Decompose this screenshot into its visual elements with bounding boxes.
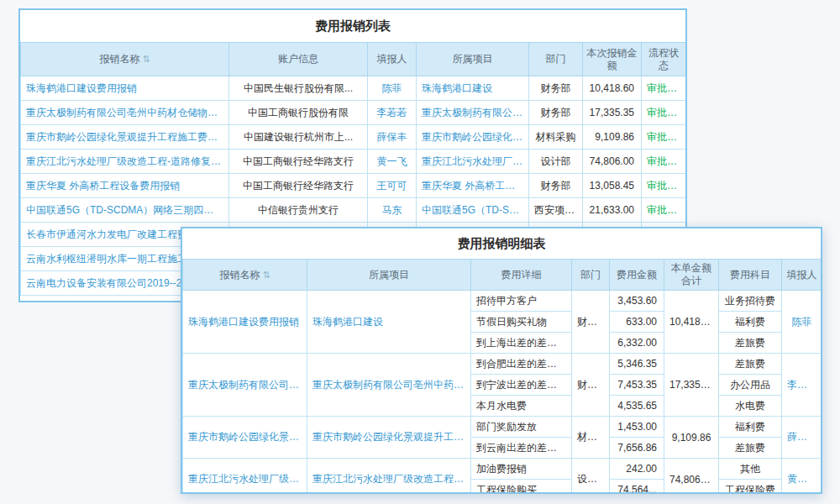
cell-name[interactable]: 重庆华夏 外高桥工程设备费用报销	[21, 174, 229, 198]
cell-amount: 74,806.00	[583, 150, 642, 174]
cell-amount: 7,453.35	[610, 375, 664, 396]
cell-reporter[interactable]: 陈菲	[368, 76, 417, 101]
cell-project[interactable]: 重庆市鹅岭公园绿化景观提升...	[417, 125, 529, 150]
table-row: 重庆市鹅岭公园绿化景观提升工程施工费用报销中国建设银行杭州市上...薛保丰重庆市…	[21, 125, 686, 150]
cell-dept: 设计部	[572, 459, 610, 495]
cell-status[interactable]: 审批通过	[642, 76, 686, 101]
table-row: 重庆太极制药有限公司亳州中药材仓储物流基地项...中国工商银行股份有限李若若重庆…	[21, 101, 686, 125]
cell-name[interactable]: 中国联通5G（TD-SCDMA）网络三期四川工程费...	[21, 198, 229, 223]
cell-reporter[interactable]: 马东	[368, 198, 417, 223]
cell-status[interactable]: 审批通过	[642, 125, 686, 150]
cell-project[interactable]: 中国联通5G（TD-SCDMA）网...	[417, 198, 529, 223]
column-header-本次报销金额: 本次报销金额	[583, 43, 642, 76]
cell-status[interactable]: 审批通过	[642, 101, 686, 125]
cell-amount: 242.00	[610, 459, 664, 480]
cell-project[interactable]: 珠海鹤港口建设	[307, 291, 471, 354]
column-header-所属项目: 所属项目	[307, 260, 471, 291]
cell-amount: 74,564...	[610, 480, 664, 495]
column-label: 本单金额合计	[671, 262, 711, 286]
cell-reporter[interactable]: 李若若	[368, 101, 417, 125]
cell-category: 差旅费	[719, 438, 782, 459]
cell-total: 10,418.60	[664, 291, 719, 354]
cell-name[interactable]: 重庆太极制药有限公司亳州中药材仓储物流基地项...	[21, 101, 229, 125]
cell-name[interactable]: 重庆市鹅岭公园绿化景观提升工程...	[183, 417, 307, 459]
column-label: 报销名称	[99, 53, 139, 65]
cell-reporter[interactable]: 薛保丰	[782, 417, 822, 459]
column-header-费用科目: 费用科目	[719, 260, 782, 291]
cell-account: 中国工商银行股份有限	[229, 101, 368, 125]
cell-reporter[interactable]: 王可可	[368, 174, 417, 198]
column-header-报销名称[interactable]: 报销名称⇅	[183, 260, 307, 291]
cell-project[interactable]: 重庆华夏 外高桥工程设备	[417, 174, 529, 198]
cell-dept: 设计部	[529, 150, 583, 174]
column-label: 填报人	[787, 269, 817, 281]
cell-amount: 7,656.86	[610, 438, 664, 459]
column-header-部门: 部门	[529, 43, 583, 76]
cell-name[interactable]: 重庆江北污水处理厂级改造工程-...	[183, 459, 307, 495]
cell-name[interactable]: 重庆市鹅岭公园绿化景观提升工程施工费用报销	[21, 125, 229, 150]
cell-dept: 材料...	[572, 417, 610, 459]
cell-detail: 招待甲方客户	[471, 291, 572, 312]
page: 费用报销列表 报销名称⇅账户信息填报人所属项目部门本次报销金额流程状态 珠海鹤港…	[0, 0, 840, 504]
column-label: 费用金额	[617, 269, 657, 281]
expense-list-title: 费用报销列表	[20, 10, 685, 42]
cell-category: 办公用品	[719, 375, 782, 396]
column-label: 费用详细	[501, 269, 542, 281]
sort-icon[interactable]: ⇅	[142, 54, 150, 64]
cell-dept: 财务部	[529, 76, 583, 101]
cell-category: 水电费	[719, 396, 782, 417]
expense-detail-title: 费用报销明细表	[182, 228, 821, 259]
column-header-本单金额合计: 本单金额合计	[664, 260, 719, 291]
cell-account: 中国建设银行杭州市上...	[229, 125, 368, 150]
column-label: 报销名称	[219, 269, 260, 281]
cell-project[interactable]: 重庆市鹅岭公园绿化景观提升工程施工	[307, 417, 471, 459]
column-header-账户信息: 账户信息	[229, 43, 368, 76]
column-label: 所属项目	[453, 53, 493, 65]
table-row: 重庆太极制药有限公司亳州中药材...重庆太极制药有限公司亳州中药材仓储物流...…	[183, 354, 822, 375]
cell-project[interactable]: 重庆太极制药有限公司亳州中...	[417, 101, 529, 125]
cell-status[interactable]: 审批通过	[642, 150, 686, 174]
cell-name[interactable]: 重庆太极制药有限公司亳州中药材...	[183, 354, 307, 417]
cell-dept: 西安项目部	[529, 198, 583, 223]
cell-reporter[interactable]: 黄一飞	[368, 150, 417, 174]
cell-detail: 工程保险购买	[471, 480, 572, 495]
cell-name[interactable]: 珠海鹤港口建设费用报销	[21, 76, 229, 101]
cell-amount: 3,453.60	[610, 291, 664, 312]
column-header-报销名称[interactable]: 报销名称⇅	[21, 43, 229, 76]
cell-reporter[interactable]: 李若若	[782, 354, 822, 417]
cell-status[interactable]: 审批通过	[642, 174, 686, 198]
cell-dept: 财务部	[529, 174, 583, 198]
cell-total: 17,335.35	[664, 354, 719, 417]
column-label: 部门	[580, 269, 601, 281]
table-row: 珠海鹤港口建设费用报销中国民生银行股份有限...陈菲珠海鹤港口建设财务部10,4…	[21, 76, 686, 101]
column-header-填报人: 填报人	[368, 43, 417, 76]
cell-amount: 633.00	[610, 312, 664, 333]
cell-category: 差旅费	[719, 354, 782, 375]
cell-reporter[interactable]: 薛保丰	[368, 125, 417, 150]
cell-account: 中国民生银行股份有限...	[229, 76, 368, 101]
cell-name[interactable]: 重庆江北污水处理厂级改造工程-道路修复工程费用...	[21, 150, 229, 174]
cell-reporter[interactable]: 黄一飞	[782, 459, 822, 495]
cell-reporter[interactable]: 陈菲	[782, 291, 822, 354]
expense-list-header-row: 报销名称⇅账户信息填报人所属项目部门本次报销金额流程状态	[21, 43, 686, 76]
cell-category: 差旅费	[719, 333, 782, 354]
column-header-费用金额: 费用金额	[610, 260, 664, 291]
cell-project[interactable]: 重庆江北污水处理厂级改造工...	[417, 150, 529, 174]
column-label: 账户信息	[278, 53, 318, 65]
cell-amount: 1,453.00	[610, 417, 664, 438]
cell-status[interactable]: 审批通过	[642, 198, 686, 223]
cell-detail: 到合肥出差的差旅费	[471, 354, 572, 375]
column-header-填报人: 填报人	[782, 260, 822, 291]
cell-name[interactable]: 珠海鹤港口建设费用报销	[183, 291, 307, 354]
cell-project[interactable]: 珠海鹤港口建设	[417, 76, 529, 101]
expense-detail-header-row: 报销名称⇅所属项目费用详细部门费用金额本单金额合计费用科目填报人	[183, 260, 822, 291]
table-row: 重庆市鹅岭公园绿化景观提升工程...重庆市鹅岭公园绿化景观提升工程施工部门奖励发…	[183, 417, 822, 438]
column-label: 填报人	[377, 53, 407, 65]
sort-icon[interactable]: ⇅	[262, 270, 270, 280]
column-header-费用详细: 费用详细	[471, 260, 572, 291]
cell-project[interactable]: 重庆江北污水处理厂级改造工程-道路修复工	[307, 459, 471, 495]
cell-project[interactable]: 重庆太极制药有限公司亳州中药材仓储物流...	[307, 354, 471, 417]
column-label: 所属项目	[369, 269, 409, 281]
table-row: 重庆江北污水处理厂级改造工程-道路修复工程费用...中国工商银行经华路支行黄一飞…	[21, 150, 686, 174]
cell-amount: 21,633.00	[583, 198, 642, 223]
